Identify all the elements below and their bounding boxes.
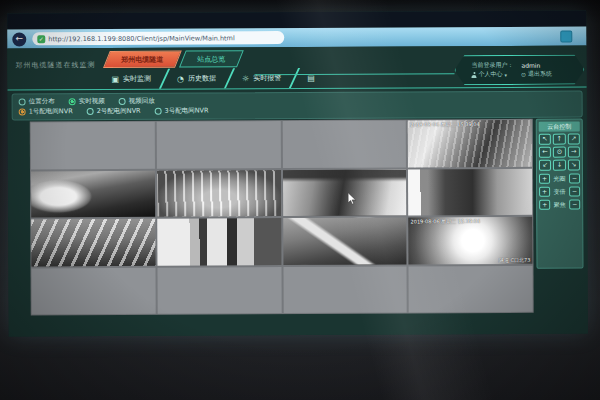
page-title: 郑州电缆隧道在线监测: [15, 60, 95, 70]
video-pane-empty[interactable]: [409, 265, 533, 312]
monitor-icon: ▣: [111, 74, 119, 83]
filter-panel: 位置分布 实时视频 视频回放 1号配电间NVR: [12, 91, 583, 121]
history-icon: ◔: [177, 74, 184, 83]
browser-back-button[interactable]: ←: [12, 32, 26, 46]
toolbar-item-history-data[interactable]: ◔ 历史数据: [168, 68, 225, 88]
ptz-down-button[interactable]: ↓: [553, 160, 565, 171]
video-pane-empty[interactable]: [157, 267, 281, 314]
radio-icon: [155, 108, 162, 115]
video-pane-empty[interactable]: [283, 266, 407, 313]
iris-plus-button[interactable]: +: [539, 174, 550, 184]
ptz-right-button[interactable]: →: [568, 147, 580, 158]
personal-center-menu[interactable]: 个人中心: [478, 70, 502, 79]
focus-label: 聚焦: [554, 200, 566, 209]
focus-far-button[interactable]: −: [569, 200, 580, 210]
logout-button[interactable]: 退出系统: [528, 70, 552, 79]
ptz-down-left-button[interactable]: ↙: [539, 160, 551, 171]
camera-osd-name: 隧道 C口北73: [499, 256, 530, 262]
ptz-panel-title: 云台控制: [539, 122, 580, 132]
chevron-down-icon: ▾: [504, 71, 507, 77]
ptz-left-button[interactable]: ←: [539, 147, 551, 158]
ptz-direction-pad: ↖ ↑ ↗ ← ⊙ → ↙ ↓ ↘: [539, 134, 580, 171]
ptz-iris-control: + 光圈 −: [539, 174, 580, 184]
radio-label: 2号配电间NVR: [97, 107, 141, 116]
video-wall-grid: 2019-08-06 星期二 15:39:04 2019-08-06 星期二 1…: [30, 119, 534, 316]
ptz-control-panel: 云台控制 ↖ ↑ ↗ ← ⊙ → ↙ ↓ ↘ + 光圈 −: [536, 119, 584, 269]
monitor-photo: ← ✓ http://192.168.1.199:8080/Client/jsp…: [0, 0, 600, 400]
ptz-up-right-button[interactable]: ↗: [567, 134, 579, 145]
tab-label: 站点总览: [197, 54, 225, 64]
header-connector-line: [254, 73, 454, 75]
nvr-row: 1号配电间NVR 2号配电间NVR 3号配电间NVR: [19, 104, 576, 117]
camera-osd-timestamp: 2019-08-06 星期二 15:39:04: [410, 218, 480, 224]
browser-window: ← ✓ http://192.168.1.199:8080/Client/jsp…: [7, 10, 588, 336]
camera-feed[interactable]: [408, 168, 532, 215]
radio-label: 位置分布: [29, 97, 55, 106]
camera-feed[interactable]: [31, 219, 155, 266]
app-page: 郑州电缆隧道在线监测 郑州电缆隧道 站点总览 ▣ 实时监测 ◔ 历史数据: [7, 45, 588, 336]
nvr-option-3[interactable]: 3号配电间NVR: [155, 107, 209, 116]
radio-label: 3号配电间NVR: [165, 107, 209, 116]
ptz-down-right-button[interactable]: ↘: [568, 160, 580, 171]
zoom-out-button[interactable]: −: [569, 187, 580, 197]
tab-tunnel-monitor[interactable]: 郑州电缆隧道: [103, 51, 182, 68]
camera-feed[interactable]: [31, 170, 155, 217]
video-pane-empty[interactable]: [156, 121, 280, 168]
url-field[interactable]: ✓ http://192.168.1.199:8080/Client/jsp/M…: [32, 31, 284, 45]
video-pane-empty[interactable]: [282, 120, 406, 167]
power-icon: ⊙: [521, 71, 526, 78]
person-icon: [471, 72, 476, 78]
iris-label: 光圈: [554, 174, 566, 183]
radio-label: 视频回放: [129, 96, 155, 105]
camera-feed[interactable]: 2019-08-06 星期二 15:39:04: [408, 120, 532, 167]
camera-feed[interactable]: [157, 170, 281, 217]
radio-label: 1号配电间NVR: [29, 107, 73, 116]
tab-site-overview[interactable]: 站点总览: [179, 50, 244, 67]
video-pane-empty[interactable]: [31, 267, 155, 314]
secure-site-icon: ✓: [37, 35, 45, 43]
camera-feed[interactable]: [282, 169, 406, 216]
header-divider: [8, 86, 587, 90]
toolbar: ▣ 实时监测 ◔ 历史数据 ☼ 实时报警 ▤: [102, 68, 327, 89]
zoom-in-button[interactable]: +: [539, 187, 550, 197]
toolbar-item-report[interactable]: ▤: [298, 68, 328, 88]
tab-label: 郑州电缆隧道: [121, 54, 163, 64]
nvr-option-1[interactable]: 1号配电间NVR: [19, 107, 73, 116]
alarm-icon: ☼: [242, 74, 249, 83]
main-tabs: 郑州电缆隧道 站点总览: [106, 50, 244, 68]
video-pane-empty[interactable]: [31, 122, 155, 169]
view-mode-location[interactable]: 位置分布: [19, 97, 55, 106]
ptz-focus-control: + 聚焦 −: [539, 200, 580, 210]
camera-feed[interactable]: [283, 217, 407, 264]
nvr-option-2[interactable]: 2号配电间NVR: [87, 107, 141, 116]
ptz-center-button[interactable]: ⊙: [553, 147, 565, 158]
view-mode-live-video[interactable]: 实时视频: [69, 97, 105, 106]
username: admin: [521, 62, 540, 69]
iris-minus-button[interactable]: −: [569, 174, 580, 184]
ptz-up-left-button[interactable]: ↖: [539, 134, 551, 145]
user-badge: 当前登录用户： admin 个人中心 ▾ ⊙ 退出系统: [454, 54, 584, 85]
radio-selected-icon: [69, 98, 76, 105]
browser-extension-icon[interactable]: [560, 30, 572, 42]
ptz-up-button[interactable]: ↑: [553, 134, 565, 145]
url-text: http://192.168.1.199:8080/Client/jsp/Mai…: [48, 34, 234, 43]
camera-osd-timestamp: 2019-08-06 星期二 15:39:04: [410, 121, 480, 127]
radio-icon: [87, 108, 94, 115]
toolbar-item-label: 实时监测: [123, 74, 151, 84]
camera-feed[interactable]: 2019-08-06 星期二 15:39:04 隧道 C口北73: [408, 217, 532, 264]
camera-feed[interactable]: [157, 218, 281, 265]
ptz-zoom-control: + 变倍 −: [539, 187, 580, 197]
toolbar-item-realtime-alarm[interactable]: ☼ 实时报警: [233, 68, 290, 88]
radio-selected-icon: [19, 109, 26, 116]
radio-icon: [19, 98, 26, 105]
toolbar-item-label: 历史数据: [188, 73, 216, 83]
radio-icon: [119, 98, 126, 105]
login-user-label: 当前登录用户：: [471, 61, 513, 70]
toolbar-item-realtime-monitor[interactable]: ▣ 实时监测: [102, 69, 160, 89]
zoom-label: 变倍: [554, 187, 566, 196]
focus-near-button[interactable]: +: [539, 200, 550, 210]
radio-label: 实时视频: [79, 97, 105, 106]
mouse-cursor: [347, 193, 357, 205]
view-mode-playback[interactable]: 视频回放: [119, 96, 155, 105]
